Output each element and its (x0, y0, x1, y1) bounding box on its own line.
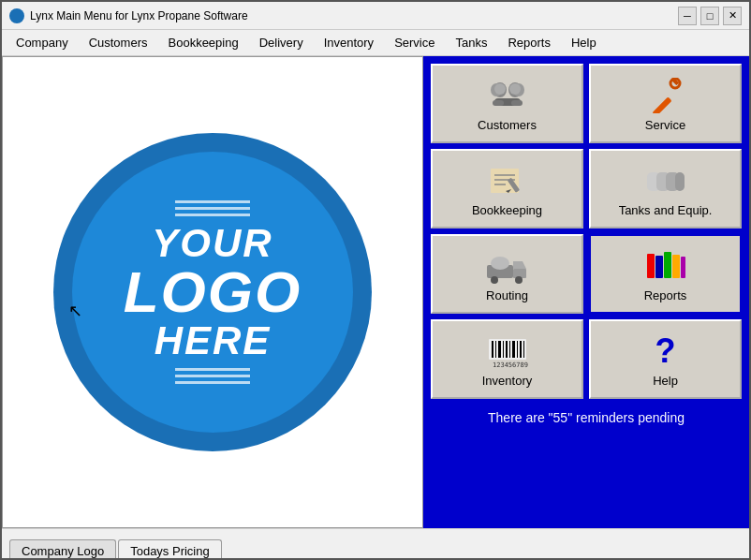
reports-button[interactable]: Reports (589, 234, 742, 314)
maximize-button[interactable]: □ (700, 7, 719, 25)
icon-grid: Customers Service (431, 64, 742, 399)
help-label: Help (653, 374, 678, 388)
svg-rect-29 (655, 256, 663, 278)
service-label: Service (645, 118, 685, 132)
svg-point-25 (491, 276, 498, 284)
svg-rect-37 (503, 341, 504, 358)
help-icon: ? (643, 332, 688, 370)
svg-rect-10 (652, 96, 671, 113)
inventory-icon: 123456789 (485, 332, 530, 370)
svg-rect-31 (672, 255, 680, 278)
routing-button[interactable]: Routing (431, 234, 583, 314)
svg-rect-6 (511, 100, 523, 106)
svg-rect-43 (523, 341, 524, 358)
reports-icon (643, 247, 688, 285)
menu-inventory[interactable]: Inventory (314, 31, 384, 54)
help-button[interactable]: ? Help (589, 319, 742, 399)
svg-point-8 (509, 83, 521, 95)
company-logo-tab[interactable]: Company Logo (9, 539, 116, 560)
menu-service[interactable]: Service (384, 31, 445, 54)
logo-text-here: HERE (155, 321, 272, 361)
menu-reports[interactable]: Reports (497, 31, 561, 54)
bookkeeping-icon (485, 162, 530, 199)
inventory-label: Inventory (482, 374, 532, 388)
bottom-bar: Company Logo Todays Pricing (2, 528, 749, 560)
right-panel: Customers Service (423, 56, 749, 528)
logo-outer-circle: YOUR LOGO HERE (53, 133, 372, 451)
svg-rect-35 (495, 341, 496, 358)
svg-rect-38 (506, 341, 508, 358)
main-content: YOUR LOGO HERE ↖ (2, 56, 749, 528)
logo-lines-top (175, 200, 250, 216)
routing-label: Routing (486, 288, 528, 302)
svg-rect-28 (647, 254, 655, 278)
svg-point-26 (515, 276, 523, 284)
reports-label: Reports (644, 288, 687, 302)
svg-rect-41 (517, 341, 518, 358)
logo-panel: YOUR LOGO HERE ↖ (2, 56, 423, 528)
svg-rect-32 (681, 257, 685, 278)
bookkeeping-button[interactable]: Bookkeeping (431, 149, 583, 228)
menu-help[interactable]: Help (561, 31, 607, 54)
window-controls: ─ □ ✕ (678, 7, 742, 25)
svg-point-27 (491, 257, 509, 270)
app-icon (9, 8, 24, 23)
routing-icon (485, 247, 530, 285)
tanks-icon (643, 162, 688, 199)
bookkeeping-label: Bookkeeping (472, 203, 542, 217)
menu-customers[interactable]: Customers (79, 31, 158, 54)
menu-bookkeeping[interactable]: Bookkeeping (158, 31, 249, 54)
svg-rect-36 (498, 341, 501, 358)
svg-rect-21 (675, 172, 685, 191)
close-button[interactable]: ✕ (723, 7, 742, 25)
svg-text:123456789: 123456789 (493, 361, 528, 369)
logo-text-logo: LOGO (124, 263, 302, 321)
logo-inner-circle: YOUR LOGO HERE (72, 152, 353, 433)
reminders-text: There are "55" reminders pending (431, 405, 742, 431)
svg-rect-30 (664, 252, 671, 278)
logo-lines-bottom (175, 368, 250, 384)
logo-text-your: YOUR (152, 224, 272, 263)
todays-pricing-tab[interactable]: Todays Pricing (118, 539, 222, 560)
svg-rect-34 (492, 341, 493, 358)
inventory-button[interactable]: 123456789 Inventory (431, 319, 583, 399)
menu-bar: Company Customers Bookkeeping Delivery I… (2, 30, 749, 56)
svg-point-7 (494, 83, 506, 95)
customers-icon (485, 77, 530, 114)
svg-rect-39 (509, 341, 510, 358)
customers-button[interactable]: Customers (431, 64, 583, 143)
title-bar: Lynx Main Menu for Lynx Propane Software… (2, 2, 749, 30)
svg-rect-5 (493, 100, 504, 106)
minimize-button[interactable]: ─ (678, 7, 697, 25)
service-icon (643, 77, 688, 114)
menu-company[interactable]: Company (6, 31, 79, 54)
svg-rect-42 (520, 341, 522, 358)
customers-label: Customers (478, 118, 537, 132)
svg-rect-40 (512, 341, 515, 358)
menu-delivery[interactable]: Delivery (249, 31, 314, 54)
service-button[interactable]: Service (589, 64, 742, 143)
menu-tanks[interactable]: Tanks (445, 31, 497, 54)
svg-marker-24 (513, 261, 526, 269)
tanks-button[interactable]: Tanks and Equip. (589, 149, 742, 228)
window-title: Lynx Main Menu for Lynx Propane Software (30, 9, 678, 22)
tanks-label: Tanks and Equip. (619, 203, 713, 217)
